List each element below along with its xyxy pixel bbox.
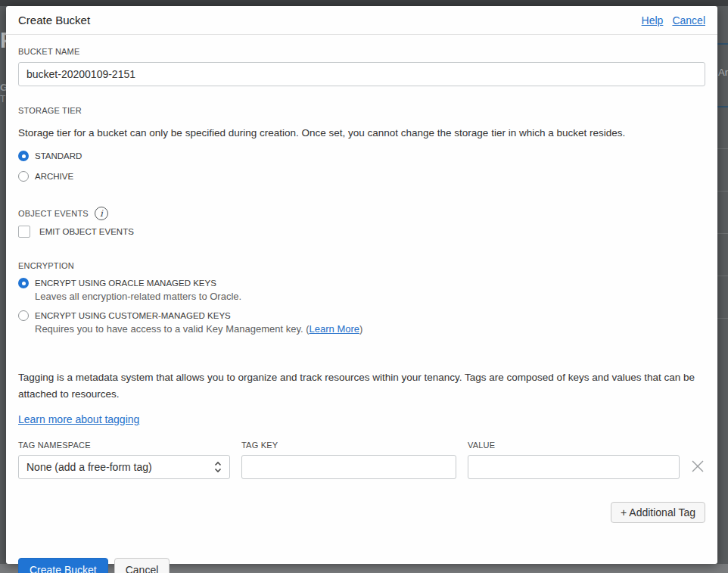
tag-row: TAG NAMESPACE None (add a free-form tag)… xyxy=(18,441,705,479)
storage-tier-description: Storage tier for a bucket can only be sp… xyxy=(18,125,705,141)
encrypt-customer-managed-radio[interactable]: ENCRYPT USING CUSTOMER-MANAGED KEYS xyxy=(18,310,705,321)
create-bucket-button[interactable]: Create Bucket xyxy=(18,558,108,573)
tag-namespace-select[interactable]: None (add a free-form tag) xyxy=(18,455,230,479)
learn-more-about-tagging-link[interactable]: Learn more about tagging xyxy=(18,413,139,425)
checkbox-unchecked-icon[interactable] xyxy=(18,226,30,238)
encrypt-oracle-managed-radio[interactable]: ENCRYPT USING ORACLE MANAGED KEYS xyxy=(18,278,705,288)
dialog-header: Create Bucket Help Cancel xyxy=(6,6,717,35)
background-table-line xyxy=(717,43,728,45)
select-stepper-icon xyxy=(214,461,222,473)
tagging-description: Tagging is a metadata system that allows… xyxy=(18,369,705,403)
remove-tag-x-icon[interactable] xyxy=(690,459,705,474)
object-events-label: OBJECT EVENTS xyxy=(18,209,89,218)
tag-namespace-label: TAG NAMESPACE xyxy=(18,441,230,450)
storage-tier-label: STORAGE TIER xyxy=(18,106,705,115)
background-table-line xyxy=(717,148,728,149)
tag-key-label: TAG KEY xyxy=(241,441,456,450)
tag-key-input[interactable] xyxy=(241,455,456,479)
help-link[interactable]: Help xyxy=(642,14,664,26)
header-links: Help Cancel xyxy=(642,14,705,26)
background-text-fragment: T xyxy=(0,94,5,104)
cancel-button[interactable]: Cancel xyxy=(114,558,170,573)
radio-label: STANDARD xyxy=(35,151,82,160)
description-text: ) xyxy=(359,323,362,335)
tag-value-input[interactable] xyxy=(468,455,680,479)
radio-label: ARCHIVE xyxy=(35,172,73,181)
tag-value-label: VALUE xyxy=(468,441,680,450)
object-events-header: OBJECT EVENTS i xyxy=(18,207,705,220)
radio-unselected-icon xyxy=(18,310,29,321)
tag-key-field: TAG KEY xyxy=(241,441,456,479)
radio-unselected-icon xyxy=(18,171,29,182)
tag-namespace-field: TAG NAMESPACE None (add a free-form tag) xyxy=(18,441,230,479)
background-table-line xyxy=(717,233,728,234)
radio-label: ENCRYPT USING CUSTOMER-MANAGED KEYS xyxy=(35,311,231,320)
additional-tag-button[interactable]: + Additional Tag xyxy=(611,502,705,523)
checkbox-label: EMIT OBJECT EVENTS xyxy=(39,227,134,236)
background-table-line xyxy=(717,318,728,319)
bucket-name-input[interactable] xyxy=(18,62,705,86)
encryption-option-description: Requires you to have access to a valid K… xyxy=(35,322,705,335)
bucket-name-label: BUCKET NAME xyxy=(18,47,705,56)
additional-tag-row: + Additional Tag xyxy=(18,502,705,523)
dialog-title: Create Bucket xyxy=(18,14,90,26)
storage-tier-archive-radio[interactable]: ARCHIVE xyxy=(18,171,705,182)
background-text-fragment: Ar xyxy=(718,67,728,78)
select-value: None (add a free-form tag) xyxy=(26,461,152,473)
encryption-option-description: Leaves all encryption-related matters to… xyxy=(35,290,705,303)
storage-tier-standard-radio[interactable]: STANDARD xyxy=(18,151,705,161)
header-cancel-link[interactable]: Cancel xyxy=(672,14,705,26)
encryption-options: ENCRYPT USING ORACLE MANAGED KEYS Leaves… xyxy=(18,278,705,335)
background-table-line xyxy=(717,276,728,276)
tag-value-field: VALUE xyxy=(468,441,680,479)
emit-object-events-checkbox-row[interactable]: EMIT OBJECT EVENTS xyxy=(18,226,705,238)
encryption-label: ENCRYPTION xyxy=(18,261,705,270)
radio-selected-icon xyxy=(18,151,29,161)
description-text: Requires you to have access to a valid K… xyxy=(35,323,310,335)
create-bucket-dialog: Create Bucket Help Cancel BUCKET NAME ST… xyxy=(6,6,717,564)
learn-more-link[interactable]: Learn More xyxy=(310,323,359,335)
overlay-top-strip xyxy=(0,0,728,6)
dialog-body: BUCKET NAME STORAGE TIER Storage tier fo… xyxy=(6,47,717,573)
radio-selected-icon xyxy=(18,278,29,288)
info-icon[interactable]: i xyxy=(95,207,108,220)
dialog-footer: Create Bucket Cancel xyxy=(18,558,705,573)
background-table-line xyxy=(717,106,728,107)
radio-label: ENCRYPT USING ORACLE MANAGED KEYS xyxy=(35,279,216,288)
background-table-line xyxy=(717,191,728,192)
